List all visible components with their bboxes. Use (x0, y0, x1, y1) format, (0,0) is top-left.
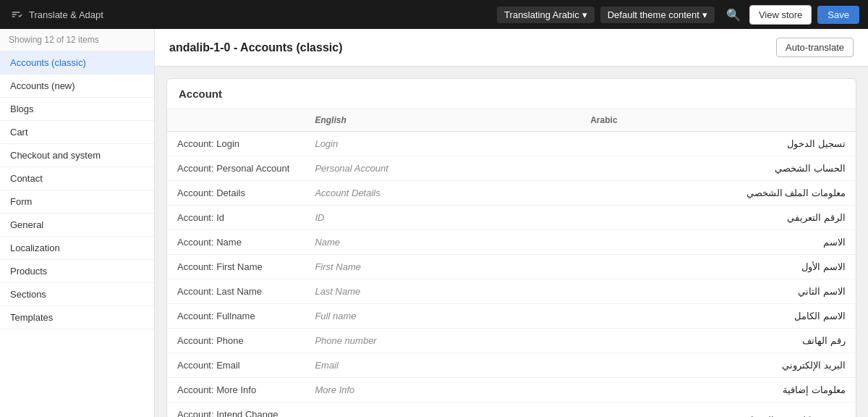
row-english: ID (305, 206, 580, 230)
sidebar-item-accounts-classic[interactable]: Accounts (classic) (0, 51, 154, 75)
row-arabic: الاسم الثاني (580, 279, 856, 304)
table-row: Account: Personal Account Personal Accou… (167, 156, 856, 181)
row-arabic: تسجيل الدخول (580, 132, 856, 156)
content-dropdown[interactable]: Default theme content ▾ (600, 7, 715, 23)
sidebar-meta: Showing 12 of 12 items (0, 29, 154, 51)
chevron-down-icon: ▾ (582, 9, 587, 20)
row-key: Account: Last Name (167, 279, 305, 304)
app-title: Translate & Adapt (29, 9, 103, 20)
table-row: Account: Email Email البريد الإلكتروني (167, 353, 856, 378)
page-title: andalib-1-0 - Accounts (classic) (169, 41, 342, 54)
table-row: Account: Last Name Last Name الاسم الثان… (167, 279, 856, 304)
row-arabic: البريد الإلكتروني (580, 353, 856, 378)
table-row: Account: Intend Change Pass Intend to ch… (167, 403, 856, 418)
row-key: Account: Intend Change Pass (167, 403, 305, 418)
sidebar-item-cart[interactable]: Cart (0, 121, 154, 144)
row-english: Last Name (305, 279, 580, 304)
view-store-button[interactable]: View store (749, 5, 812, 25)
row-english: Name (305, 230, 580, 255)
row-english: Email (305, 353, 580, 378)
table-row: Account: First Name First Name الاسم الأ… (167, 255, 856, 279)
row-key: Account: Login (167, 132, 305, 156)
col-header-english: English (305, 109, 580, 132)
row-key: Account: Details (167, 181, 305, 206)
row-key: Account: Email (167, 353, 305, 378)
translate-icon (9, 7, 23, 22)
translation-table: English Arabic Account: Login Login تسجي… (167, 109, 856, 417)
row-arabic: معلومات إضافية (580, 378, 856, 403)
sidebar-item-templates[interactable]: Templates (0, 306, 154, 329)
table-row: Account: Phone Phone number رقم الهاتف (167, 329, 856, 353)
main-layout: Showing 12 of 12 items Accounts (classic… (0, 29, 868, 417)
row-arabic: الاسم الأول (580, 255, 856, 279)
col-header-key (167, 109, 305, 132)
save-button[interactable]: Save (817, 6, 859, 24)
language-dropdown[interactable]: Translating Arabic ▾ (497, 7, 595, 23)
row-arabic: الرقم التعريفي (580, 206, 856, 230)
row-english: More Info (305, 378, 580, 403)
sidebar: Showing 12 of 12 items Accounts (classic… (0, 29, 155, 417)
search-button[interactable]: 🔍 (723, 5, 744, 25)
auto-translate-button[interactable]: Auto-translate (776, 38, 854, 57)
sidebar-item-accounts-new[interactable]: Accounts (new) (0, 75, 154, 98)
sidebar-item-checkout-system[interactable]: Checkout and system (0, 144, 154, 167)
sidebar-item-blogs[interactable]: Blogs (0, 98, 154, 121)
card-title: Account (167, 79, 856, 109)
row-key: Account: Fullname (167, 304, 305, 329)
topbar-left: Translate & Adapt (9, 7, 488, 22)
row-key: Account: Id (167, 206, 305, 230)
col-header-arabic: Arabic (580, 109, 856, 132)
topbar-center: Translating Arabic ▾ Default theme conte… (497, 7, 715, 23)
row-english: Personal Account (305, 156, 580, 181)
search-icon: 🔍 (726, 9, 741, 21)
row-key: Account: Phone (167, 329, 305, 353)
topbar: Translate & Adapt Translating Arabic ▾ D… (0, 0, 868, 29)
sidebar-item-form[interactable]: Form (0, 190, 154, 214)
row-english: Intend to change Password (305, 403, 580, 418)
table-row: Account: Name Name الاسم (167, 230, 856, 255)
row-key: Account: More Info (167, 378, 305, 403)
row-arabic: الاسم الكامل (580, 304, 856, 329)
sidebar-item-sections[interactable]: Sections (0, 283, 154, 306)
row-key: Account: Name (167, 230, 305, 255)
row-arabic: معلومات الملف الشخصي (580, 181, 856, 206)
table-row: Account: Login Login تسجيل الدخول (167, 132, 856, 156)
row-arabic: الحساب الشخصي (580, 156, 856, 181)
content-area: andalib-1-0 - Accounts (classic) Auto-tr… (155, 29, 868, 417)
row-english: Full name (305, 304, 580, 329)
row-arabic: الاسم (580, 230, 856, 255)
row-arabic: رقم الهاتف (580, 329, 856, 353)
row-english: Login (305, 132, 580, 156)
chevron-down-icon: ▾ (702, 9, 707, 20)
table-row: Account: Fullname Full name الاسم الكامل (167, 304, 856, 329)
table-row: Account: Id ID الرقم التعريفي (167, 206, 856, 230)
sidebar-item-general[interactable]: General (0, 214, 154, 237)
sidebar-item-localization[interactable]: Localization (0, 237, 154, 260)
sidebar-item-contact[interactable]: Contact (0, 167, 154, 190)
page-header: andalib-1-0 - Accounts (classic) Auto-tr… (155, 29, 868, 67)
row-english: Phone number (305, 329, 580, 353)
table-row: Account: More Info More Info معلومات إضا… (167, 378, 856, 403)
table-row: Account: Details Account Details معلومات… (167, 181, 856, 206)
topbar-right: 🔍 View store Save (723, 5, 859, 25)
row-arabic: تود تغيير كلمة سر الحساب (580, 403, 856, 418)
sidebar-item-products[interactable]: Products (0, 260, 154, 283)
row-english: First Name (305, 255, 580, 279)
translation-card: Account English Arabic Account: Login Lo… (166, 78, 856, 417)
row-key: Account: Personal Account (167, 156, 305, 181)
row-key: Account: First Name (167, 255, 305, 279)
row-english: Account Details (305, 181, 580, 206)
